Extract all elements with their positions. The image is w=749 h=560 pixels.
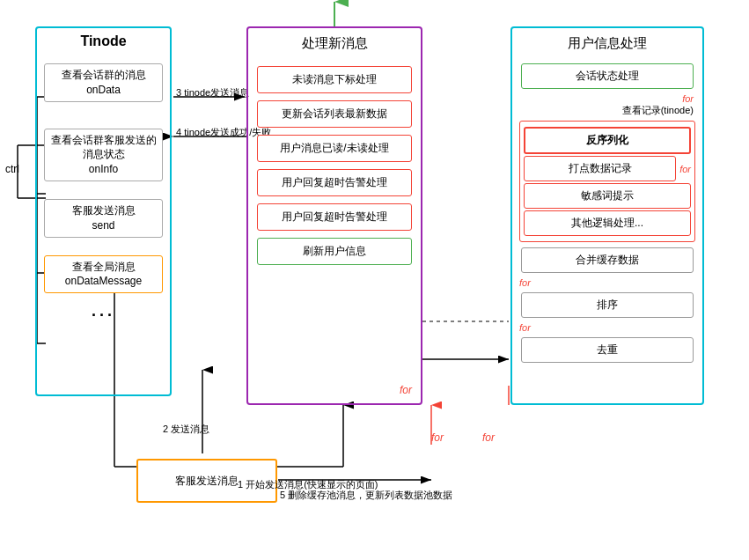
tinode-send-line1: 客服发送消息 [50,203,157,218]
tinode-oninfo-line2: onInfo [50,162,157,177]
process-title: 处理新消息 [248,28,421,59]
tinode-ondatamessage-line2: onDataMessage [50,274,157,289]
bottom-box-label: 客服发送消息 [175,474,239,489]
process-for-label: for [400,384,412,396]
tinode-ondata-line1: 查看会话群的消息 [50,68,157,83]
tinode-box: Tinode 查看会话群的消息 onData 查看会话群客服发送的消息状态 on… [35,26,172,396]
for-label-2: for [512,277,702,288]
user-title: 用户信息处理 [512,28,702,59]
tinode-title: Tinode [37,28,170,55]
tinode-item-send: 客服发送消息 send [44,199,163,238]
tinode-ondatamessage-line1: 查看全局消息 [50,260,157,275]
tinode-oninfo-line1: 查看会话群客服发送的消息状态 [50,133,157,163]
for-label-1: for [512,93,702,104]
user-item-mergecache: 合并缓存数据 [521,247,694,273]
user-item-sensitive: 敏感词提示 [524,183,691,209]
process-item-updatelist: 更新会话列表最新数据 [257,100,412,128]
for-label-tinode: 查看记录(tinode) [512,104,702,117]
for-bottom-mid: for [431,431,444,444]
process-item-unread: 未读消息下标处理 [257,66,412,93]
for-label-pointdata: for [679,164,691,174]
arrow5-label: 5 删除缓存池消息，更新列表数据池数据 [280,489,452,502]
tinode-send-line2: send [50,218,157,233]
user-box: 用户信息处理 会话状态处理 for 查看记录(tinode) 反序列化 打点数据… [510,26,704,405]
diagram: ctrl Tinode 查看会话群的消息 onData 查看会话群客服发送的消息… [0,0,749,560]
user-item-sessionstatus: 会话状态处理 [521,63,694,89]
user-item-sort: 排序 [521,292,694,318]
tinode-item-ondatamessage: 查看全局消息 onDataMessage [44,255,163,294]
process-item-refreshuser: 刷新用户信息 [257,238,412,265]
ctrl-label: ctrl [5,163,19,175]
process-box: 处理新消息 未读消息下标处理 更新会话列表最新数据 用户消息已读/未读处理 用户… [246,26,422,405]
arrow2-label: 2 发送消息 [163,423,209,436]
tinode-ondata-line2: onData [50,83,157,98]
user-item-pointdata: 打点数据记录 [524,156,676,181]
user-item-dedupe: 去重 [521,337,694,363]
user-item-otherlogic: 其他逻辑处理... [524,210,691,236]
process-item-replyalert1: 用户回复超时告警处理 [257,169,412,196]
for-bottom-right: for [482,431,495,444]
for-label-3: for [512,322,702,333]
user-item-deserialize: 反序列化 [524,127,691,154]
tinode-dots: ··· [37,306,170,325]
process-item-replyalert2: 用户回复超时告警处理 [257,203,412,231]
process-item-readstatus: 用户消息已读/未读处理 [257,135,412,162]
tinode-item-oninfo: 查看会话群客服发送的消息状态 onInfo [44,129,163,181]
arrow3-label: 3 tinode发送消息 [176,86,249,99]
tinode-item-ondata: 查看会话群的消息 onData [44,63,163,102]
